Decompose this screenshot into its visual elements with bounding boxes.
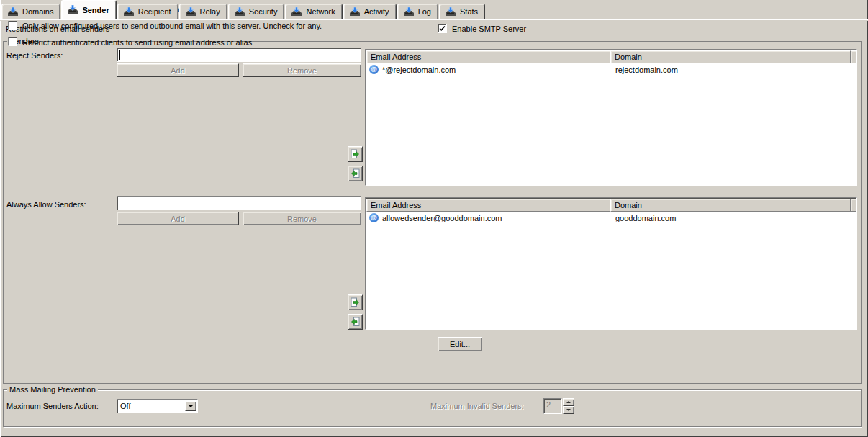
tab-label: Security [249,7,278,16]
allow-remove-button[interactable]: Remove [243,212,361,225]
option-label: Only allow configured users to send outb… [22,22,322,30]
tab[interactable]: Sender [61,0,116,19]
option-checkbox[interactable] [8,37,17,46]
mail-tray-icon [185,7,196,17]
mail-tray-icon [445,7,456,17]
email-address-cell: *@rejectdomain.com [382,66,456,74]
domain-cell: rejectdomain.com [612,66,678,74]
tab-label: Relay [200,7,220,16]
spinner-down-button[interactable] [563,406,574,414]
move-left-icon [351,317,360,327]
tab-label: Log [418,7,431,16]
always-allow-senders-input[interactable] [117,196,361,210]
mail-tray-icon [7,7,19,17]
column-header-domain[interactable]: Domain [610,199,851,212]
email-at-icon [369,65,379,74]
chevron-down-icon [188,405,194,410]
allow-add-button[interactable]: Add [117,212,239,225]
move-to-list-button[interactable] [348,146,363,162]
reject-remove-button[interactable]: Remove [243,63,361,77]
reject-add-button[interactable]: Add [117,63,239,77]
list-body: allowedsender@gooddomain.com gooddomain.… [366,212,856,224]
tab-label: Network [306,7,335,16]
list-row[interactable]: *@rejectdomain.com rejectdomain.com [366,63,856,76]
tab-label: Recipient [138,7,171,16]
mail-tray-icon [234,7,245,17]
combo-dropdown-button[interactable] [185,401,196,411]
tab[interactable]: Relay [179,4,227,19]
always-allow-senders-list[interactable]: Email Address Domain allowedsender@goodd… [365,197,857,330]
tab[interactable]: Domains [1,4,60,19]
move-from-list-button[interactable] [348,314,363,330]
tab-bar: Domains Sender [0,0,868,19]
mail-tray-icon [349,7,361,17]
list-header: Email Address Domain [366,50,856,63]
move-left-icon [351,168,360,179]
option-checkbox[interactable] [8,20,17,30]
reject-senders-list[interactable]: Email Address Domain *@rejectdomain.com … [365,49,857,186]
list-row[interactable]: allowedsender@gooddomain.com gooddomain.… [366,212,856,224]
column-header-email-address[interactable]: Email Address [366,199,610,212]
reject-senders-label: Reject Senders: [6,51,63,60]
max-senders-action-label: Maximum Senders Action: [6,402,99,410]
smtp-server-settings-window: Domains Sender [0,0,868,437]
mail-tray-icon [123,7,135,17]
tab[interactable]: Security [228,4,285,19]
move-from-list-button[interactable] [348,166,363,181]
tab[interactable]: Activity [343,4,397,19]
column-header-domain[interactable]: Domain [610,50,851,63]
mail-tray-icon [403,7,415,17]
move-to-list-button[interactable] [348,294,363,310]
list-header: Email Address Domain [366,199,856,212]
tab[interactable]: Network [285,4,342,19]
edit-button[interactable]: Edit... [438,337,482,351]
tab[interactable]: Log [397,4,438,19]
mail-tray-icon [67,5,78,14]
max-invalid-senders-field[interactable]: 2 [543,398,562,414]
spinner-up-button[interactable] [563,398,574,406]
column-header-email-address[interactable]: Email Address [366,50,610,63]
tab-label: Domains [22,7,53,16]
move-right-icon [351,297,360,307]
chevron-down-icon [566,409,571,413]
email-at-icon [369,213,379,222]
tab-label: Activity [364,7,389,16]
email-address-cell: allowedsender@gooddomain.com [382,214,502,222]
option-label: Restrict authenticated clients to send u… [22,38,252,47]
option-row: Restrict authenticated clients to send u… [0,33,868,50]
text-caret [119,50,120,60]
domain-cell: gooddomain.com [612,214,676,222]
column-header-filler [851,199,857,212]
always-allow-senders-label: Always Allow Senders: [6,200,86,209]
tab-label: Sender [82,6,109,14]
tab[interactable]: Stats [439,4,485,19]
max-invalid-senders-label: Maximum Invalid Senders: [430,402,524,410]
tab[interactable]: Recipient [117,4,178,19]
max-senders-action-select[interactable]: Off [117,399,198,413]
tab-panel-edge [0,19,868,21]
column-header-filler [851,50,857,63]
mail-tray-icon [291,7,302,17]
tab-label: Stats [460,7,478,16]
max-senders-action-value: Off [120,402,130,410]
chevron-up-icon [566,399,571,403]
reject-senders-input[interactable] [117,48,361,62]
mass-mailing-legend: Mass Mailing Prevention [7,385,98,394]
move-right-icon [351,149,360,159]
list-body: *@rejectdomain.com rejectdomain.com [366,63,856,76]
